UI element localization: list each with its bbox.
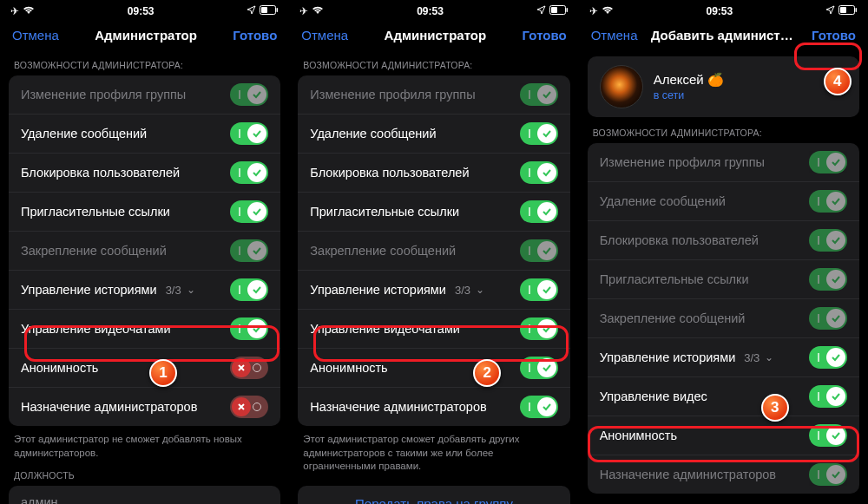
airplane-icon: ✈ — [589, 5, 598, 17]
footnote: Этот администратор не сможет добавлять н… — [0, 426, 289, 460]
toggle[interactable] — [520, 396, 558, 418]
cancel-button[interactable]: Отмена — [591, 28, 638, 43]
profile-name: Алексей 🍊 — [654, 72, 724, 88]
nav-bar: Отмена Администратор Готово — [0, 19, 289, 49]
row-label: Управление историями — [600, 350, 736, 364]
row-label: Удаление сообщений — [600, 194, 726, 208]
chevron-down-icon: ⌄ — [187, 284, 195, 296]
toggle[interactable] — [230, 396, 268, 418]
svg-rect-4 — [551, 7, 557, 13]
toggle[interactable] — [230, 200, 268, 223]
toggle[interactable] — [230, 357, 268, 379]
toggle[interactable] — [809, 424, 847, 447]
role-input[interactable]: админ — [9, 486, 280, 504]
done-button[interactable]: Готово — [523, 28, 567, 43]
battery-icon — [549, 5, 569, 17]
cancel-button[interactable]: Отмена — [12, 28, 59, 43]
row-manage-stories[interactable]: Управление историями 3/3 ⌄ — [298, 271, 569, 310]
row-label: Управление видеочатами — [21, 322, 171, 336]
screen-2: ✈ 09:53 Отмена Администратор Готово ВОЗМ… — [289, 0, 578, 504]
toggle[interactable] — [809, 385, 847, 408]
row-label: Удаление сообщений — [310, 127, 436, 141]
cancel-button[interactable]: Отмена — [301, 28, 348, 43]
row-anonymity: Анонимность — [298, 349, 569, 388]
battery-icon — [260, 5, 279, 17]
airplane-icon: ✈ — [299, 5, 308, 17]
row-assign-admins: Назначение администраторов — [588, 455, 859, 494]
screen-3: ✈ 09:53 Отмена Добавить администрато... … — [579, 0, 868, 504]
row-manage-videochats: Управление видес — [588, 377, 859, 416]
status-bar: ✈ 09:53 — [289, 0, 578, 19]
toggle[interactable] — [520, 357, 558, 379]
row-manage-videochats: Управление видеочатами — [9, 310, 280, 349]
row-label: Пригласительные ссылки — [310, 205, 459, 219]
toggle[interactable] — [809, 307, 847, 330]
toggle[interactable] — [809, 190, 847, 213]
toggle[interactable] — [230, 83, 268, 106]
row-label: Управление видес — [600, 389, 707, 403]
row-label: Управление историями — [21, 283, 157, 297]
row-label: Назначение администраторов — [21, 400, 197, 414]
done-button[interactable]: Готово — [812, 28, 856, 43]
row-invite-links: Пригласительные ссылки — [588, 260, 859, 299]
row-assign-admins: Назначение администраторов — [298, 388, 569, 426]
toggle[interactable] — [230, 317, 268, 340]
avatar — [600, 65, 643, 108]
svg-rect-2 — [277, 8, 279, 12]
row-change-profile: Изменение профиля группы — [9, 75, 280, 115]
row-label: Анонимность — [600, 429, 677, 442]
row-label: Удаление сообщений — [21, 127, 147, 141]
nav-title: Администратор — [385, 28, 487, 43]
row-label: Управление историями — [310, 283, 446, 297]
row-delete-messages: Удаление сообщений — [298, 115, 569, 154]
row-label: Пригласительные ссылки — [21, 205, 170, 219]
row-label: Закрепление сообщений — [310, 244, 456, 258]
svg-rect-8 — [855, 8, 857, 12]
status-bar: ✈ 09:53 — [579, 0, 868, 19]
row-block-users: Блокировка пользователей — [9, 154, 280, 193]
location-icon — [247, 5, 256, 17]
profile-card[interactable]: Алексей 🍊 в сети — [588, 56, 859, 117]
row-pin-messages: Закрепление сообщений — [298, 232, 569, 271]
toggle[interactable] — [230, 239, 268, 262]
toggle[interactable] — [809, 463, 847, 486]
toggle[interactable] — [230, 161, 268, 184]
toggle[interactable] — [520, 239, 558, 262]
row-label: Анонимность — [21, 361, 98, 375]
toggle[interactable] — [520, 83, 558, 106]
section-header-capabilities: ВОЗМОЖНОСТИ АДМИНИСТРАТОРА: — [289, 49, 578, 75]
nav-title: Добавить администрато... — [651, 28, 799, 43]
stories-count: 3/3 — [166, 284, 181, 297]
stories-count: 3/3 — [455, 284, 470, 297]
section-header-capabilities: ВОЗМОЖНОСТИ АДМИНИСТРАТОРА: — [579, 117, 868, 143]
toggle[interactable] — [520, 278, 558, 301]
toggle[interactable] — [809, 229, 847, 252]
toggle[interactable] — [230, 122, 268, 145]
row-change-profile: Изменение профиля группы — [588, 143, 859, 182]
toggle[interactable] — [809, 268, 847, 291]
stories-count: 3/3 — [744, 351, 760, 364]
toggle[interactable] — [809, 346, 847, 369]
toggle[interactable] — [230, 278, 268, 301]
row-label: Закрепление сообщений — [600, 311, 746, 325]
toggle[interactable] — [520, 200, 558, 223]
row-manage-videochats: Управление видеочатами — [298, 310, 569, 349]
chevron-down-icon: ⌄ — [765, 351, 773, 363]
nav-bar: Отмена Добавить администрато... Готово — [579, 19, 868, 49]
row-manage-stories[interactable]: Управление историями 3/3 ⌄ — [9, 271, 280, 310]
transfer-ownership-button[interactable]: Передать права на группу — [298, 486, 569, 504]
toggle[interactable] — [809, 151, 847, 173]
toggle[interactable] — [520, 161, 558, 184]
svg-rect-5 — [566, 8, 568, 12]
svg-rect-1 — [261, 7, 267, 13]
row-label: Изменение профиля группы — [310, 88, 475, 101]
footnote: Этот администратор сможет добавлять друг… — [289, 426, 578, 474]
toggle[interactable] — [520, 317, 558, 340]
done-button[interactable]: Готово — [233, 28, 277, 43]
row-label: Изменение профиля группы — [600, 155, 765, 169]
profile-status: в сети — [654, 89, 724, 101]
row-anonymity: Анонимность — [9, 349, 280, 388]
toggle[interactable] — [520, 122, 558, 145]
row-manage-stories[interactable]: Управление историями 3/3 ⌄ — [588, 338, 859, 377]
wifi-icon — [312, 5, 324, 17]
